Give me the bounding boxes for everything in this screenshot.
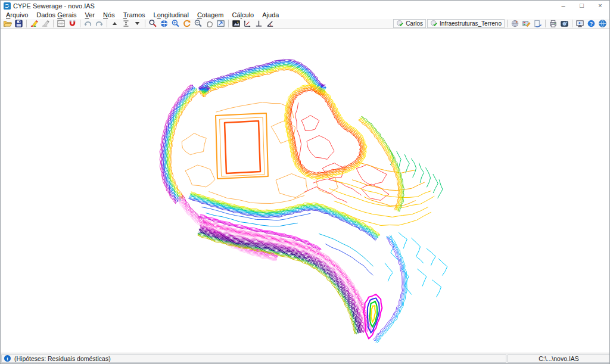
contour-band-ne-slope [361,117,403,212]
globe-icon [598,19,607,28]
menu-item-c-lculo[interactable]: Cálculo [228,11,259,19]
contour-line [404,155,409,173]
contour-line [304,187,347,203]
contour-line [329,189,434,208]
edit-resources-button[interactable] [29,19,40,29]
contour-band-south-bundle [198,235,356,334]
object-snap-button[interactable] [67,19,78,29]
close-button[interactable]: × [591,1,609,11]
zoom-out-icon [194,19,203,28]
marker-fit-button[interactable] [120,19,132,29]
menu-item-longitudinal[interactable]: Longitudinal [150,11,193,19]
contour-line [301,116,319,131]
screen-map-button[interactable] [574,19,586,29]
contour-band-left-edge [170,92,199,198]
contour-band-left-edge [164,88,195,201]
menu-item-arquivo[interactable]: Arquivo [2,11,32,19]
redraw-button[interactable] [181,19,192,29]
perpendicular-icon [254,19,263,28]
menu-item-ver[interactable]: Ver [81,11,99,19]
sphere-check-icon [396,20,404,27]
configuration-button[interactable] [509,19,521,29]
window-pencil-icon [522,19,531,28]
contour-line [397,151,401,168]
toolbar: Carlos Infraestruturas_Terreno ? [1,19,609,29]
contour-line [433,175,438,193]
capture-button[interactable] [559,19,570,29]
title-bar: CYPE Sewerage - novo.IAS – □ × [1,1,609,11]
open-folder-icon [3,19,12,28]
plot-rectangle-inner [225,121,260,173]
zoom-in-button[interactable] [170,19,181,29]
contour-line [412,158,416,177]
contour-line [426,168,431,187]
layer-button-label: Infraestruturas_Terreno [440,20,502,27]
zoom-in-icon [171,19,180,28]
fit-window-icon [216,19,225,28]
open-file-button[interactable] [2,19,13,29]
undo-icon [83,19,92,28]
angle-icon [266,19,275,28]
image-icon [232,19,241,28]
info-icon[interactable]: i [4,355,11,362]
toolbar-separator [572,20,572,27]
perpendicular-button[interactable] [253,19,264,29]
printer-icon [549,19,558,28]
redo-button[interactable] [94,19,105,29]
web-button[interactable] [597,19,608,29]
zoom-previous-button[interactable] [192,19,204,29]
refresh-icon [182,19,191,28]
page-arrow-icon [533,19,542,28]
import-export-button[interactable] [532,19,543,29]
config-sphere-icon [511,19,519,28]
marker-down-button[interactable] [132,19,143,29]
contour-line [307,136,335,160]
menu-item-dados-gerais[interactable]: Dados Gerais [32,11,80,19]
menu-item-tramos[interactable]: Tramos [119,11,150,19]
undo-button[interactable] [82,19,94,29]
menu-item-n-s[interactable]: Nós [99,11,119,19]
status-message: (Hipóteses: Residuais domésticas) [14,355,111,362]
pan-view-button[interactable] [158,19,170,29]
contour-line [418,269,427,287]
app-icon [4,2,11,10]
menu-bar: ArquivoDados GeraisVerNósTramosLongitudi… [1,11,609,19]
marker-up-button[interactable] [109,19,120,29]
contour-line [353,180,425,191]
help-button[interactable]: ? [586,19,597,29]
minimize-button[interactable]: – [554,1,572,11]
user-button[interactable]: Carlos [393,19,426,28]
zoom-region-button[interactable] [147,19,158,29]
edit-configuration-button[interactable] [521,19,532,29]
zoom-region-icon [148,19,157,28]
layer-button[interactable]: Infraestruturas_Terreno [427,19,505,28]
menu-item-cotagem[interactable]: Cotagem [193,11,228,19]
contour-line [427,248,435,265]
contour-line [343,212,431,225]
save-button[interactable] [13,19,24,29]
contour-band-left-edge [171,92,199,198]
texture-grid-button[interactable] [55,19,67,29]
file-path-panel: C:\...\novo.IAS [508,354,610,363]
background-image-button[interactable] [231,19,242,29]
sphere-check-icon [430,20,438,27]
fit-vertical-icon [122,20,130,27]
coordinates-button[interactable] [242,19,253,29]
pencil-color-icon [30,19,39,28]
contour-line [182,133,207,155]
maximize-button[interactable]: □ [572,1,591,11]
pan-hand-button[interactable] [204,19,215,29]
toolbar-separator [80,20,80,27]
file-path: C:\...\novo.IAS [539,355,579,362]
magnet-icon [68,19,77,28]
edit-resources-gray-button[interactable] [40,19,51,29]
drawing-area[interactable] [1,29,610,354]
axes-icon [243,19,252,28]
print-button[interactable] [547,19,559,29]
fit-window-button[interactable] [215,19,226,29]
contour-line [385,263,393,281]
grid-window-icon [57,19,66,28]
contour-line [357,164,387,185]
menu-item-ajuda[interactable]: Ajuda [258,11,283,19]
slope-button[interactable] [264,19,276,29]
